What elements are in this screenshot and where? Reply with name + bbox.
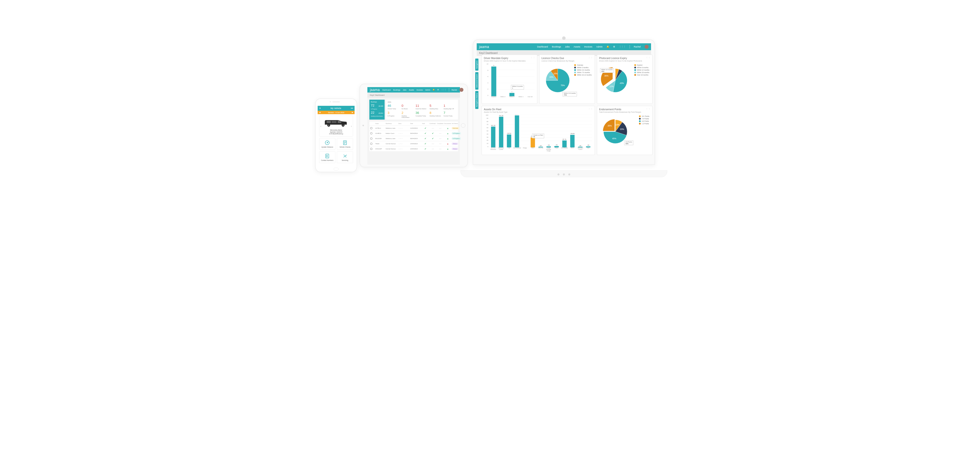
prev-vehicle[interactable]: ‹ <box>320 124 321 128</box>
svg-rect-47 <box>562 141 567 148</box>
more-icon[interactable]: ••• <box>351 107 353 109</box>
gear-icon[interactable]: ⚙ <box>437 89 439 91</box>
row-checkbox[interactable] <box>370 132 372 134</box>
apps-icon[interactable]: ⋮⋮⋮ <box>619 46 626 48</box>
card-menu-icon[interactable]: ⋮ ⋮ <box>531 56 535 59</box>
tile-vehicle-checks[interactable]: Vehicle Checks <box>337 138 353 150</box>
nav-dashboard[interactable]: Dashboard <box>382 89 391 91</box>
laptop-device: jaama Dashboard Bookings Jobs Assets Inv… <box>473 40 655 177</box>
nav-jobs[interactable]: Jobs <box>565 46 570 48</box>
table-row[interactable]: U1TBLUSalisbury Lane — • —11/04/2019 ✔ —… <box>369 126 458 131</box>
nav-invoices[interactable]: Invoices <box>584 46 592 48</box>
jobs-table: AssetWorkshopDescDateAuthConfirmedComple… <box>369 122 458 152</box>
svg-rect-36 <box>515 116 519 148</box>
nav-assets[interactable]: Assets <box>573 46 580 48</box>
card-subtitle: Drivers With Expired Or Soon To Be Expir… <box>599 60 650 62</box>
svg-text:35%: 35% <box>604 75 608 77</box>
card-licence-checks: ⋮ ⋮ Licence Checks Due Licence Check Due… <box>539 55 595 104</box>
svg-rect-9 <box>509 93 514 96</box>
card-menu-icon[interactable]: ⋮ ⋮ <box>646 108 650 110</box>
chevron-right-icon[interactable]: ▶ <box>352 111 353 113</box>
nav-invoices[interactable]: Invoices <box>417 89 423 91</box>
tile-servicing[interactable]: Servicing <box>337 151 353 163</box>
bar-chart: 6393399730234213823 <box>489 114 592 148</box>
svg-rect-59 <box>327 121 331 123</box>
tile-update-distance[interactable]: Update Distance <box>319 138 336 150</box>
avatar[interactable] <box>644 45 649 49</box>
sidetab-navigation[interactable]: Navigation <box>475 59 479 71</box>
nav-jobs[interactable]: Jobs <box>403 89 407 91</box>
card-title: Endorsement Points <box>599 108 650 111</box>
user-name[interactable]: Rachel <box>452 89 457 91</box>
home-button[interactable] <box>461 123 465 128</box>
y-axis: 0102030405060708090100 <box>484 114 488 148</box>
chart-callout: 4-6 Points45% <box>624 141 633 145</box>
row-checkbox[interactable] <box>370 148 372 150</box>
svg-text:9: 9 <box>493 65 495 66</box>
card-menu-icon[interactable]: ⋮ ⋮ <box>588 56 593 59</box>
table-row[interactable]: U1HBCAHaldon Court — • —06/04/2019 ✔ ✔ —… <box>369 131 458 136</box>
tile-contact-numbers[interactable]: Contact Numbers <box>319 151 336 163</box>
chart-callout: Within 9 months1 <box>511 85 524 90</box>
card-title: Assets On Fleet <box>484 108 593 111</box>
add-icon[interactable]: + <box>319 107 321 109</box>
chevron-left-icon[interactable]: ◀ <box>319 111 320 113</box>
phone-header: + My Vehicle ••• <box>318 106 355 111</box>
svg-text:10%: 10% <box>616 124 620 126</box>
nav-bookings[interactable]: Bookings <box>393 89 400 91</box>
gear-icon[interactable]: ⚙ <box>613 46 615 48</box>
pie-chart: 75%15%10% <box>543 66 573 95</box>
svg-text:38: 38 <box>570 133 575 135</box>
svg-text:45%: 45% <box>612 137 616 140</box>
card-subtitle: Licence Check Due Breakdown By Ranges <box>541 60 593 62</box>
svg-text:43%: 43% <box>620 82 624 84</box>
svg-rect-32 <box>499 117 503 148</box>
svg-rect-49 <box>570 135 575 148</box>
svg-text:4: 4 <box>555 144 558 146</box>
card-title: Licence Checks Due <box>541 57 593 60</box>
card-subtitle: Drivers With Expired Or Soon To Be Expir… <box>484 60 535 62</box>
nav-admin[interactable]: Admin <box>425 89 430 91</box>
sidetab-history[interactable]: Navigation History <box>475 91 479 109</box>
page-title: Key2 Dashboard <box>368 92 460 98</box>
card-title: Photocard Licence Expiry <box>599 57 650 60</box>
table-row[interactable]: 00115GRSalisbury Lane — • —06/04/2019 ✔ … <box>369 136 458 141</box>
tablet-device: jaama Dashboard Bookings Jobs Assets Inv… <box>360 84 468 167</box>
next-vehicle[interactable]: › <box>351 124 352 128</box>
nav-bookings[interactable]: Bookings <box>552 46 561 48</box>
service-banner[interactable]: ◀ Service – 6 Jun 2018 ▶ <box>318 111 355 114</box>
stat-jobs: Jobs 46Arrivals Today0No Shows11Clock No… <box>386 100 458 120</box>
nav-dashboard[interactable]: Dashboard <box>537 46 548 48</box>
user-name[interactable]: Rachel <box>634 46 641 48</box>
svg-text:12%: 12% <box>609 85 614 87</box>
tools-icon <box>342 153 348 159</box>
row-checkbox[interactable] <box>370 138 372 140</box>
svg-text:3: 3 <box>587 145 589 146</box>
nav-admin[interactable]: Admin <box>596 46 603 48</box>
card-menu-icon[interactable]: ⋮ ⋮ <box>588 108 593 110</box>
svg-text:2: 2 <box>579 145 581 146</box>
svg-text:2: 2 <box>539 145 542 146</box>
brand-logo: jaama <box>370 88 380 92</box>
card-subtitle: Assets On Fleet By Asset Type <box>484 111 593 113</box>
card-assets-on-fleet: ⋮ ⋮ Assets On Fleet Assets On Fleet By A… <box>482 106 595 155</box>
home-button[interactable] <box>334 168 339 171</box>
table-row[interactable]: T96J6Carmel Avenue — • —14/04/2019 ✔ — —… <box>369 141 458 146</box>
apps-icon[interactable]: ⋮⋮⋮ <box>441 89 446 91</box>
bell-icon[interactable]: 🔔 <box>606 46 609 48</box>
svg-text:20%: 20% <box>620 128 624 130</box>
card-menu-icon[interactable]: ⋮ ⋮ <box>646 56 650 59</box>
nav-assets[interactable]: Assets <box>409 89 414 91</box>
svg-rect-60 <box>332 121 337 123</box>
card-endorsement-points: ⋮ ⋮ Endorsement Points Total Endorsement… <box>597 106 652 155</box>
sidetab-advanced-search[interactable]: Advanced Search <box>475 72 479 90</box>
row-checkbox[interactable] <box>370 143 372 145</box>
phone-title: My Vehicle <box>331 107 341 109</box>
row-checkbox[interactable] <box>370 127 372 129</box>
table-row[interactable]: HX61DZPCarmel Avenue — • —14/04/2019 ✔ —… <box>369 146 458 152</box>
checklist-icon <box>342 140 348 146</box>
avatar[interactable] <box>460 88 463 92</box>
bell-icon[interactable]: 🔔 <box>433 89 435 91</box>
svg-text:25%: 25% <box>608 124 612 127</box>
svg-rect-34 <box>507 135 511 148</box>
